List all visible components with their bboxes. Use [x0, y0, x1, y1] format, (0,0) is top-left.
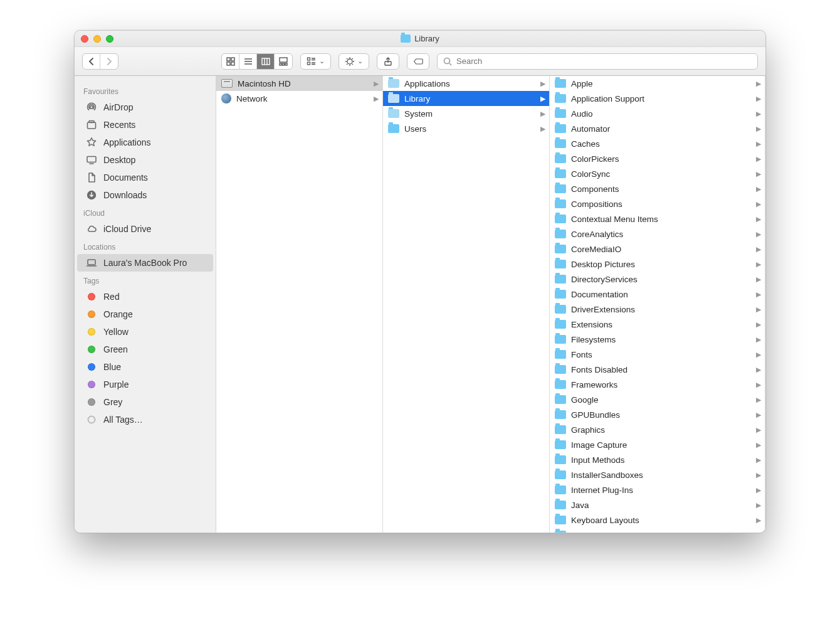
list-item[interactable]: Fonts▶	[550, 347, 765, 362]
chevron-right-icon: ▶	[756, 185, 761, 193]
back-button[interactable]	[83, 54, 100, 69]
list-item[interactable]: Automator▶	[550, 121, 765, 136]
list-item[interactable]: DriverExtensions▶	[550, 302, 765, 317]
list-item[interactable]: InstallerSandboxes▶	[550, 467, 765, 482]
search-input[interactable]	[456, 56, 752, 66]
list-item[interactable]: Filesystems▶	[550, 332, 765, 347]
list-item[interactable]: Documentation▶	[550, 287, 765, 302]
edit-tags-button[interactable]	[407, 53, 429, 70]
column-view-button[interactable]	[257, 54, 275, 69]
chevron-right-icon: ▶	[756, 215, 761, 223]
icon-view-button[interactable]	[222, 54, 239, 69]
tag-icon	[86, 309, 97, 320]
list-item[interactable]: Image Capture▶	[550, 437, 765, 452]
item-label: DirectoryServices	[571, 275, 638, 284]
share-button[interactable]	[377, 53, 399, 70]
chevron-right-icon: ▶	[540, 125, 545, 133]
chevron-right-icon: ▶	[756, 411, 761, 419]
sidebar-item-applications[interactable]: Applications	[77, 134, 213, 151]
list-item[interactable]: Input Methods▶	[550, 452, 765, 467]
svg-rect-26	[89, 121, 94, 123]
list-item[interactable]: Extensions▶	[550, 317, 765, 332]
item-label: Contextual Menu Items	[571, 215, 658, 224]
svg-rect-7	[262, 58, 270, 65]
item-label: Extensions	[571, 320, 612, 329]
close-window-button[interactable]	[81, 35, 88, 43]
list-item[interactable]: Compositions▶	[550, 196, 765, 211]
gallery-view-button[interactable]	[275, 54, 292, 69]
item-label: Network	[236, 94, 268, 103]
list-item[interactable]: Desktop Pictures▶	[550, 257, 765, 272]
sidebar-item-all-tags-[interactable]: All Tags…	[77, 411, 213, 428]
list-item[interactable]: Network▶	[216, 91, 382, 106]
list-item[interactable]: Fonts Disabled▶	[550, 362, 765, 377]
sidebar-item-desktop[interactable]: Desktop	[77, 151, 213, 169]
item-label: CoreMediaIO	[571, 245, 621, 254]
window-title-text: Library	[414, 34, 439, 43]
sidebar-section-header: Favourites	[75, 82, 216, 98]
list-item[interactable]: Graphics▶	[550, 422, 765, 437]
minimize-window-button[interactable]	[93, 35, 101, 43]
search-field[interactable]	[437, 53, 758, 70]
list-item[interactable]: Google▶	[550, 392, 765, 407]
list-item[interactable]: Library▶	[383, 91, 549, 106]
list-item[interactable]: System▶	[383, 106, 549, 121]
group-by-button[interactable]: ⌄	[300, 53, 331, 70]
view-mode-selector	[221, 53, 293, 70]
list-view-button[interactable]	[239, 54, 257, 69]
window-title: Library	[118, 34, 722, 43]
sidebar-item-recents[interactable]: Recents	[77, 116, 213, 134]
chevron-right-icon: ▶	[374, 95, 379, 103]
list-item[interactable]: Application Support▶	[550, 91, 765, 106]
sidebar-item-green[interactable]: Green	[77, 341, 213, 358]
list-item[interactable]: Apple▶	[550, 76, 765, 91]
list-item[interactable]: CoreAnalytics▶	[550, 226, 765, 241]
chevron-right-icon: ▶	[756, 305, 761, 314]
tag-icon	[86, 361, 97, 373]
list-item[interactable]: Audio▶	[550, 106, 765, 121]
sidebar-item-red[interactable]: Red	[77, 288, 213, 305]
list-item[interactable]: Users▶	[383, 121, 549, 136]
sidebar-item-yellow[interactable]: Yellow	[77, 323, 213, 341]
sidebar-item-label: Yellow	[103, 327, 129, 337]
list-item[interactable]: Keyboard Layouts▶	[550, 512, 765, 528]
list-item[interactable]: Java▶	[550, 497, 765, 512]
sidebar-item-orange[interactable]: Orange	[77, 305, 213, 323]
chevron-right-icon: ▶	[756, 95, 761, 103]
sidebar-item-grey[interactable]: Grey	[77, 393, 213, 411]
action-menu-button[interactable]: ⌄	[339, 53, 369, 70]
titlebar[interactable]: Library	[75, 31, 765, 47]
list-item[interactable]: DirectoryServices▶	[550, 272, 765, 287]
sidebar-item-icloud-drive[interactable]: iCloud Drive	[77, 220, 213, 238]
sidebar-item-label: Blue	[103, 362, 121, 372]
list-item[interactable]: Macintosh HD▶	[216, 76, 382, 91]
list-item[interactable]: Frameworks▶	[550, 377, 765, 392]
zoom-window-button[interactable]	[106, 35, 113, 43]
list-item[interactable]: ColorSync▶	[550, 166, 765, 181]
list-item[interactable]: Keychains▶	[550, 528, 765, 533]
list-item[interactable]: Applications▶	[383, 76, 549, 91]
sidebar-item-airdrop[interactable]: AirDrop	[77, 98, 213, 116]
item-label: Library	[404, 94, 430, 103]
item-label: Fonts Disabled	[571, 365, 627, 374]
item-label: InstallerSandboxes	[571, 470, 643, 480]
sidebar-item-documents[interactable]: Documents	[77, 169, 213, 186]
nav-buttons	[82, 53, 118, 70]
list-item[interactable]: Internet Plug-Ins▶	[550, 482, 765, 497]
list-item[interactable]: CoreMediaIO▶	[550, 241, 765, 257]
sidebar-item-blue[interactable]: Blue	[77, 358, 213, 376]
doc-icon	[86, 172, 97, 183]
item-label: Audio	[571, 109, 593, 119]
item-label: CoreAnalytics	[571, 230, 623, 239]
sidebar-item-purple[interactable]: Purple	[77, 376, 213, 393]
sidebar-item-laura-s-macbook-pro[interactable]: Laura's MacBook Pro	[77, 254, 213, 272]
list-item[interactable]: GPUBundles▶	[550, 407, 765, 422]
list-item[interactable]: ColorPickers▶	[550, 151, 765, 166]
list-item[interactable]: Caches▶	[550, 136, 765, 151]
list-item[interactable]: Contextual Menu Items▶	[550, 211, 765, 226]
list-item[interactable]: Components▶	[550, 181, 765, 196]
sidebar-item-downloads[interactable]: Downloads	[77, 186, 213, 204]
svg-rect-10	[280, 58, 287, 62]
item-label: Image Capture	[571, 440, 627, 450]
forward-button[interactable]	[100, 54, 118, 69]
